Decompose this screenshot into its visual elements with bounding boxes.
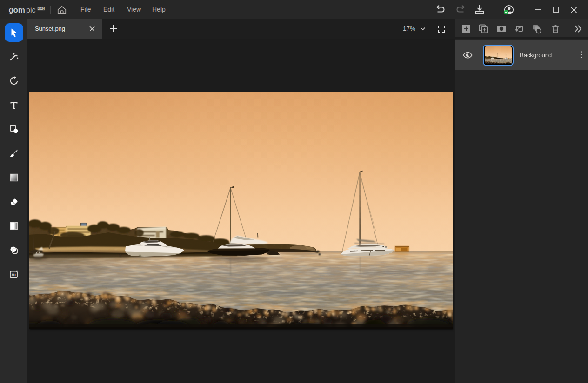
svg-text:2024: 2024 (38, 7, 45, 10)
svg-text:gom: gom (9, 6, 25, 14)
svg-text:pic: pic (26, 6, 35, 14)
svg-text:Ai: Ai (11, 272, 16, 277)
